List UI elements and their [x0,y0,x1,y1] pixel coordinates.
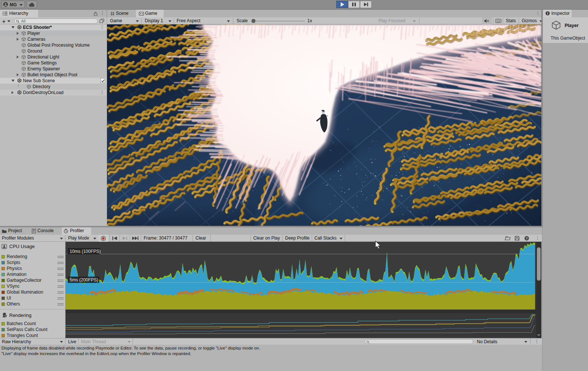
svg-text:5ms (200FPS): 5ms (200FPS) [70,277,98,283]
svg-text:CPU: CPU [3,248,6,249]
svg-text:?: ? [526,237,528,240]
svg-text:10ms (100FPS): 10ms (100FPS) [70,249,101,254]
